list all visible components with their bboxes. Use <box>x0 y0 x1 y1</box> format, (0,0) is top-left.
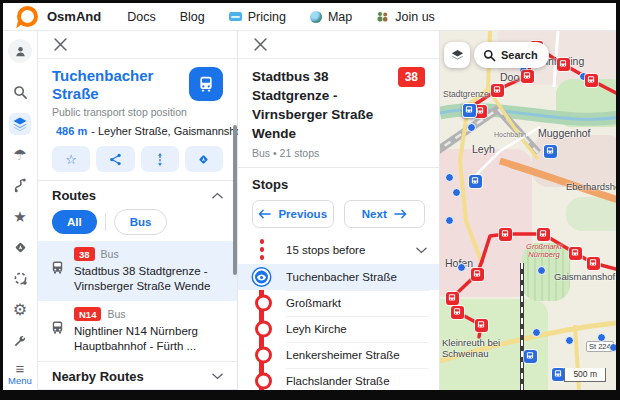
stop-address: - Leyher Straße, Gaismannshof <box>91 125 244 137</box>
star-outline-icon: ☆ <box>65 152 77 167</box>
menu-label: Menu <box>8 375 32 386</box>
bus-icon <box>50 260 65 294</box>
panel-scrollbar[interactable] <box>233 125 237 275</box>
stop-row[interactable]: Großmarkt <box>238 290 439 316</box>
bus-stop-marker-route38[interactable] <box>557 58 570 71</box>
transit-point-marker[interactable] <box>565 336 574 345</box>
selected-stop-marker[interactable] <box>462 103 477 118</box>
nearby-routes-header[interactable]: Nearby Routes <box>52 362 223 389</box>
stops-heading: Stops <box>252 177 425 192</box>
transit-point-marker[interactable] <box>445 216 454 225</box>
filter-all-chip[interactable]: All <box>52 210 97 234</box>
stop-row[interactable]: Flachslander Straße <box>238 368 439 390</box>
transit-point-marker[interactable] <box>609 343 617 352</box>
route-panel-body: Stadtbus 38 Stadtgrenze - Virnsberger St… <box>238 59 439 390</box>
stops-timeline: 15 stops before Tuchenbacher Straße Groß… <box>238 236 439 390</box>
stop-row-current[interactable]: Tuchenbacher Straße <box>238 264 439 290</box>
transit-point-marker[interactable] <box>537 266 546 275</box>
stop-panel-header <box>38 31 237 59</box>
route-panel-header <box>238 31 439 59</box>
stops-pagination: Previous Next <box>252 200 425 228</box>
pricing-card-icon <box>229 12 242 21</box>
previous-stop-button[interactable]: Previous <box>252 200 334 228</box>
map-layers-button[interactable] <box>9 113 31 135</box>
stop-marker <box>255 295 272 312</box>
map-layers-control[interactable] <box>444 42 470 68</box>
nav-link-map[interactable]: Map <box>310 10 352 24</box>
directions-button[interactable] <box>185 146 223 172</box>
close-icon <box>254 38 267 51</box>
bus-stop-marker[interactable] <box>524 350 537 363</box>
bus-stop-marker-route38[interactable] <box>475 319 488 332</box>
plan-route-button[interactable] <box>9 175 31 197</box>
current-stop-eye-icon <box>253 269 270 286</box>
filter-bus-chip[interactable]: Bus <box>114 209 168 235</box>
routes-heading: Routes <box>52 188 96 203</box>
bus-stop-marker[interactable] <box>469 175 482 188</box>
transit-point-marker[interactable] <box>597 333 606 342</box>
bus-stop-marker[interactable] <box>544 145 557 158</box>
route-name: Nightliner N14 Nürnberg Hauptbahnhof - F… <box>74 324 227 354</box>
stop-marker <box>255 373 272 390</box>
track-recording-button[interactable] <box>9 268 31 290</box>
add-favorite-button[interactable]: ☆ <box>52 146 90 172</box>
measure-button[interactable] <box>141 146 179 172</box>
stops-before-toggle[interactable]: 15 stops before <box>238 236 439 264</box>
route-item-38[interactable]: 38Bus Stadtbus 38 Stadtgrenze - Virnsber… <box>38 241 237 301</box>
stop-row[interactable]: Lenkersheimer Straße <box>238 342 439 368</box>
stop-panel-body: Tuchenbacher Straße Public transport sto… <box>38 59 237 390</box>
bus-stop-marker-route38[interactable] <box>471 268 484 281</box>
bus-stop-marker-route38[interactable] <box>521 70 534 83</box>
bus-stop-marker-route38[interactable] <box>446 292 459 305</box>
map-place-label: Leyh <box>472 143 495 155</box>
search-icon <box>13 85 28 100</box>
nav-link-blog[interactable]: Blog <box>180 10 205 24</box>
map-view[interactable]: DoosSchnieglingMuggenhofStadtgrenzeHochb… <box>440 31 616 390</box>
transit-point-marker[interactable] <box>452 188 461 197</box>
route-badge: 38 <box>74 247 95 261</box>
map-place-label: Kleinreuth bei Schweinau <box>442 337 504 359</box>
transit-point-marker[interactable] <box>467 123 476 132</box>
search-tool-button[interactable] <box>9 82 31 104</box>
share-button[interactable] <box>96 146 134 172</box>
close-route-panel-button[interactable] <box>251 36 269 54</box>
search-icon <box>483 49 496 62</box>
nav-link-join-us[interactable]: Join us <box>376 10 435 24</box>
nav-link-pricing[interactable]: Pricing <box>229 10 286 24</box>
bus-stop-marker[interactable] <box>552 368 565 381</box>
next-stop-button[interactable]: Next <box>344 200 426 228</box>
menu-button[interactable]: ≡ Menu <box>8 363 32 386</box>
transit-point-marker[interactable] <box>457 263 466 272</box>
top-navbar: OsmAnd Docs Blog Pricing Map Join us <box>3 3 616 31</box>
nav-link-docs[interactable]: Docs <box>127 10 155 24</box>
map-search-button[interactable]: Search <box>474 42 549 68</box>
arrow-left-icon <box>258 209 271 219</box>
routes-section-header[interactable]: Routes <box>52 181 223 208</box>
hamburger-icon: ≡ <box>8 363 32 375</box>
stop-row[interactable]: Leyh Kirche <box>238 316 439 342</box>
app-window: OsmAnd Docs Blog Pricing Map Join us ☂ ★ <box>3 3 616 390</box>
favorites-button[interactable]: ★ <box>9 206 31 228</box>
bus-stop-marker-route38[interactable] <box>491 84 504 97</box>
bus-stop-marker-route38[interactable] <box>499 228 512 241</box>
bus-stop-marker-route38[interactable] <box>451 306 464 319</box>
account-button[interactable] <box>8 39 32 63</box>
brand-name[interactable]: OsmAnd <box>47 9 101 24</box>
transit-point-marker[interactable] <box>532 328 541 337</box>
bus-stop-marker-route38[interactable] <box>569 247 582 260</box>
map-place-label: Großmarkt Nürnberg <box>522 243 566 259</box>
bus-icon <box>197 75 215 93</box>
bus-stop-marker-route38[interactable] <box>585 74 598 87</box>
route-panel: Stadtbus 38 Stadtgrenze - Virnsberger St… <box>238 31 440 390</box>
route-kind: Bus <box>107 308 125 320</box>
bus-stop-marker-route38[interactable] <box>537 228 550 241</box>
settings-button[interactable]: ⚙ <box>9 299 31 321</box>
tools-button[interactable] <box>9 330 31 352</box>
route-item-n14[interactable]: N14Bus Nightliner N14 Nürnberg Hauptbahn… <box>38 301 237 361</box>
navigation-button[interactable] <box>9 237 31 259</box>
transit-point-marker[interactable] <box>445 173 454 182</box>
stop-type-button[interactable] <box>189 67 223 101</box>
weather-button[interactable]: ☂ <box>9 144 31 166</box>
close-stop-panel-button[interactable] <box>51 36 69 54</box>
bus-stop-marker-route38[interactable] <box>587 257 600 270</box>
